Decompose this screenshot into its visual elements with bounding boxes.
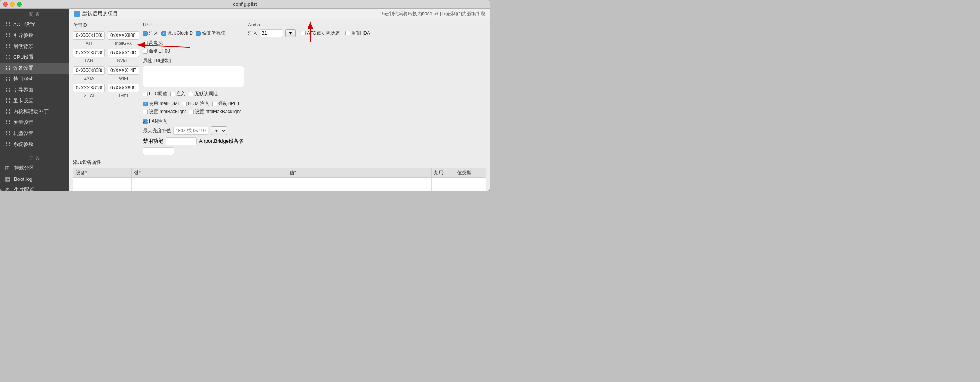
wifi-input[interactable] [108,66,139,75]
sidebar-item-cpu[interactable]: CPU设置 [0,52,69,63]
sidebar-item-model[interactable]: 机型设置 [0,128,69,139]
sidebar-item-acpi[interactable]: ACPI设置 [0,19,69,30]
audio-inject-input[interactable] [260,29,283,37]
force-hpet-check[interactable]: 强制HPET [212,100,240,107]
id-item-xhci: XHCI [73,84,105,98]
no-default-check[interactable]: 无默认属性 [189,91,218,97]
grid-icon-acpi [5,22,11,27]
bootlog-icon: ▦ [4,175,11,182]
reset-hda-cb[interactable] [345,31,350,35]
id-item-intel-gfx: IntelGFX [108,31,139,46]
grid-icon-gpu [5,98,11,103]
banner-icon: — [74,11,80,17]
id-item-wifi: WIFI [108,66,139,81]
usb-section: USB 注入 添加ClockID [143,22,244,54]
sidebar-item-device[interactable]: 设备设置 [0,63,69,74]
usb-clockid-cb[interactable] [161,31,166,36]
grid-icon-sys [5,142,11,147]
sidebar-item-kernel[interactable]: 内核和驱动补丁 [0,106,69,117]
intel-backlight-check[interactable]: 设置IntelBacklight [143,109,186,115]
minimize-button[interactable] [10,2,15,7]
ati-input[interactable] [73,31,105,40]
max-brightness-input[interactable] [173,127,208,135]
hdmi-inject-cb[interactable] [182,102,187,106]
maximize-button[interactable] [17,2,22,7]
intel-hdmi-check[interactable]: 使用IntelHDMI [143,100,179,107]
usb-fixown-check[interactable]: 修复所有权 [196,30,225,37]
table-cell-valuetype [455,178,486,186]
usb-inject-check[interactable]: 注入 [143,30,158,37]
sata-input[interactable] [73,66,105,75]
lpc-check[interactable]: LPC调整 [143,91,167,97]
audio-dropdown-btn[interactable]: ▼ [285,29,296,37]
hdmi-inject-check[interactable]: HDMI注入 [182,100,209,107]
no-default-label: 无默认属性 [194,91,218,97]
no-default-cb[interactable] [189,92,193,96]
usb-nameh00-check[interactable]: 命名EH00 [143,48,170,54]
afg-cb[interactable] [301,31,306,35]
props-textarea[interactable] [143,66,244,87]
intel-backlight-cb[interactable] [143,110,148,114]
top-banner: — 默认启用的项目 16进制代码将转换为base 64 [16进制](*)为必填… [69,9,490,19]
sidebar-label-disabled-drivers: 禁用驱动 [13,75,33,82]
intel-hdmi-cb[interactable] [143,102,148,106]
inject2-check[interactable]: 注入 [170,91,186,97]
intel-max-backlight-check[interactable]: 设置IntelMaxBacklight [189,109,241,115]
sidebar-item-boot-params[interactable]: 引导参数 [0,30,69,41]
afg-check[interactable]: AFG低功耗状态 [301,30,340,37]
nvidia-input[interactable] [108,49,139,57]
usb-highcurrent-check[interactable]: 高电流 [143,40,163,46]
id-item-nvidia: NVidia [108,49,139,63]
table-cell-value [287,178,432,186]
sidebar-item-gpu[interactable]: 显卡设置 [0,95,69,106]
sidebar-tool-gen-config[interactable]: ⚙ 生成配置 [0,184,69,191]
id-item-imei: IMEI [108,84,139,98]
sidebar-label-sys-params: 系统参数 [13,141,33,148]
lan-inject-cb[interactable]: ✓ [143,119,148,124]
sidebar-item-variables[interactable]: 变量设置 [0,117,69,128]
grid-icon-variables [5,120,11,125]
mount-icon: ⊞ [4,165,11,172]
intel-max-backlight-cb[interactable] [189,110,194,114]
window-title: config.plist [233,1,257,7]
banner-title: 默认启用的项目 [82,10,118,17]
sidebar-tool-bootlog[interactable]: ▦ Boot.log [0,173,69,184]
close-button[interactable] [3,2,8,7]
reset-hda-check[interactable]: 重置HDA [345,30,370,37]
grid-icon-cpu [5,54,11,60]
intel-gfx-input[interactable] [108,31,139,40]
usb-highcurrent-cb[interactable] [143,41,148,46]
main-content: 配 置 ACPI设置 引导参数 启动背景 CPU设置 设备设置 [0,9,490,191]
sidebar-item-boot-ui[interactable]: 引导界面 [0,84,69,95]
imei-input[interactable] [108,84,139,92]
col-disabled: 禁用 [432,168,455,178]
usb-clockid-check[interactable]: 添加ClockID [161,30,193,37]
usb-inject-cb[interactable] [143,31,148,36]
usb-checkbox-row1: 注入 添加ClockID 修复所有权 [143,30,244,46]
max-brightness-select[interactable]: ▼ [211,126,227,135]
sidebar-item-sys-params[interactable]: 系统参数 [0,139,69,150]
lpc-cb[interactable] [143,92,148,96]
usb-highcurrent-label: 高电流 [149,40,163,46]
main-window: config.plist 配 置 ACPI设置 引导参数 启动背景 CPU设置 [0,0,490,191]
disabled-input[interactable] [166,137,197,145]
sidebar-item-boot-bg[interactable]: 启动背景 [0,41,69,52]
usb-fixown-cb[interactable] [196,31,201,36]
usb-inject-label: 注入 [149,30,158,37]
force-hpet-cb[interactable] [212,102,217,106]
inject2-cb[interactable] [170,92,175,96]
xhci-input[interactable] [73,84,105,92]
lan-inject-check[interactable]: ✓ LAN注入 [143,118,167,125]
lan-input[interactable] [73,49,105,57]
audio-section: Audio 注入 ▼ AFG低功耗状态 重置HDA [248,22,486,155]
usb-label: USB [143,22,244,28]
sidebar-tool-mount[interactable]: ⊞ 挂载分区 [0,163,69,173]
sidebar-label-gen-config: 生成配置 [14,186,34,191]
usb-nameh00-cb[interactable] [143,49,148,54]
airport-input[interactable] [143,147,174,155]
props-table: 设备* 键* 值* 禁用 值类型 [73,168,486,191]
id-item-lan: LAN [73,49,105,63]
sidebar-item-disabled-drivers[interactable]: 禁用驱动 [0,74,69,84]
table-cell-device2 [74,186,132,191]
table-row [74,178,486,186]
